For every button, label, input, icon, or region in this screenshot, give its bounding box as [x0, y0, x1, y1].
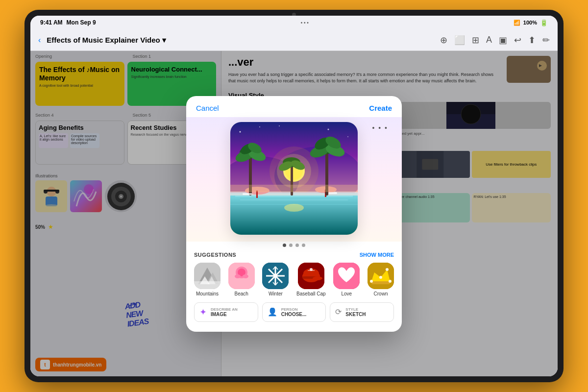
ipad-screen: 9:41 AM Mon Sep 9 • • • 📶 100% 🔋 ‹ Effec…	[30, 16, 558, 376]
svg-rect-64	[230, 185, 358, 192]
status-center: • • •	[301, 20, 309, 25]
svg-point-81	[235, 274, 241, 278]
describe-text: DESCRIBE AN IMAGE	[211, 307, 238, 317]
svg-rect-40	[240, 199, 348, 200]
tool-edit[interactable]: ✏	[542, 35, 550, 46]
dots-indicator: • • •	[301, 20, 309, 25]
suggestion-label-baseball: Baseball Cap	[296, 291, 325, 296]
style-option[interactable]: ⟳ STYLE SKETCH	[330, 302, 394, 322]
dot-4	[302, 244, 305, 247]
suggestion-love[interactable]: Love	[333, 263, 360, 296]
modal-image-container: • • •	[186, 117, 402, 242]
tool-media[interactable]: ▣	[499, 35, 507, 46]
describe-image-option[interactable]: ✦ DESCRIBE AN IMAGE	[194, 302, 258, 322]
battery-icon: 🔋	[540, 19, 548, 26]
describe-icon: ✦	[199, 307, 207, 318]
suggestion-baseball[interactable]: Baseball Cap	[296, 263, 325, 296]
svg-point-99	[310, 268, 313, 271]
svg-point-82	[243, 274, 248, 278]
input-options: ✦ DESCRIBE AN IMAGE 👤 PERSON C	[194, 302, 394, 322]
suggestion-icon-winter	[262, 263, 289, 289]
tool-share[interactable]: ⬆	[528, 35, 536, 46]
svg-point-67	[328, 128, 329, 130]
suggestion-icon-crown	[368, 263, 394, 289]
time-display: 9:41 AM	[40, 19, 63, 26]
back-button[interactable]: ‹	[38, 36, 41, 45]
svg-point-69	[279, 125, 280, 126]
nav-tools: ⊕ ⬜ ⊞ A ▣ ↩ ⬆ ✏	[440, 35, 550, 46]
suggestion-icon-love	[333, 263, 360, 289]
svg-point-88	[273, 274, 277, 278]
svg-rect-38	[230, 193, 358, 235]
cancel-button[interactable]: Cancel	[196, 104, 219, 112]
suggestion-crown[interactable]: Crown	[368, 263, 394, 296]
status-bar: 9:41 AM Mon Sep 9 • • • 📶 100% 🔋	[30, 16, 558, 29]
style-text: STYLE SKETCH	[345, 307, 366, 317]
svg-point-68	[347, 136, 348, 137]
svg-point-104	[370, 280, 373, 283]
svg-point-42	[284, 204, 304, 212]
person-text: PERSON CHOOSE...	[281, 307, 307, 317]
tool-grid[interactable]: ⊞	[472, 35, 479, 46]
document-title: Effects of Music Explainer Video ▾	[47, 36, 166, 45]
svg-point-106	[389, 280, 392, 283]
tool-alpha[interactable]: ⊕	[440, 35, 447, 46]
suggestion-icon-baseball	[298, 263, 324, 289]
dot-3	[295, 244, 299, 247]
date-display: Mon Sep 9	[67, 19, 96, 26]
status-left: 9:41 AM Mon Sep 9	[40, 19, 96, 26]
tool-text[interactable]: A	[486, 35, 492, 45]
svg-point-66	[259, 126, 260, 127]
person-choose-option[interactable]: 👤 PERSON CHOOSE...	[262, 302, 326, 322]
ipad-frame: 9:41 AM Mon Sep 9 • • • 📶 100% 🔋 ‹ Effec…	[24, 10, 564, 382]
suggestion-label-beach: Beach	[235, 291, 248, 296]
suggestion-label-winter: Winter	[269, 291, 283, 296]
svg-rect-70	[243, 193, 252, 195]
svg-point-97	[313, 276, 322, 280]
image-generation-modal: Cancel Create • • •	[186, 96, 402, 332]
suggestion-label-mountains: Mountains	[196, 291, 219, 296]
dropdown-icon[interactable]: ▾	[162, 36, 166, 45]
svg-rect-103	[371, 281, 390, 284]
dot-2	[289, 244, 293, 247]
suggestions-row: Mountains	[194, 263, 394, 296]
create-button[interactable]: Create	[369, 104, 392, 112]
pagination-dots	[186, 242, 402, 252]
suggestion-icon-mountains	[194, 263, 220, 289]
svg-rect-39	[235, 196, 353, 197]
svg-point-105	[379, 276, 382, 279]
battery-display: 100%	[523, 20, 537, 25]
show-more-button[interactable]: SHOW MORE	[360, 252, 394, 258]
person-icon: 👤	[268, 307, 277, 317]
tool-layout[interactable]: ⬜	[454, 35, 465, 46]
nav-bar: ‹ Effects of Music Explainer Video ▾ ⊕ ⬜…	[30, 29, 558, 51]
tool-undo[interactable]: ↩	[514, 35, 521, 46]
suggestions-header: SUGGESTIONS SHOW MORE	[194, 252, 394, 258]
modal-header: Cancel Create	[186, 96, 402, 117]
wifi-icon: 📶	[514, 20, 520, 26]
suggestion-winter[interactable]: Winter	[262, 263, 289, 296]
svg-rect-71	[328, 192, 337, 194]
suggestion-mountains[interactable]: Mountains	[194, 263, 220, 296]
suggestion-icon-beach	[228, 263, 255, 289]
suggestions-label: SUGGESTIONS	[194, 252, 236, 258]
svg-point-107	[386, 268, 389, 271]
main-area: Opening Section 1 The Effects of ♪Music …	[30, 51, 558, 376]
suggestion-beach[interactable]: Beach	[228, 263, 255, 296]
dot-1	[283, 244, 286, 247]
svg-point-65	[240, 131, 241, 132]
dots-menu[interactable]: • • •	[372, 124, 388, 132]
suggestions-section: SUGGESTIONS SHOW MORE	[186, 252, 402, 322]
suggestion-label-crown: Crown	[374, 291, 388, 296]
style-icon: ⟳	[335, 307, 342, 317]
suggestion-label-love: Love	[341, 291, 352, 296]
status-right: 📶 100% 🔋	[514, 19, 548, 26]
modal-overlay: Cancel Create • • •	[30, 51, 558, 376]
modal-preview-image	[230, 122, 358, 235]
